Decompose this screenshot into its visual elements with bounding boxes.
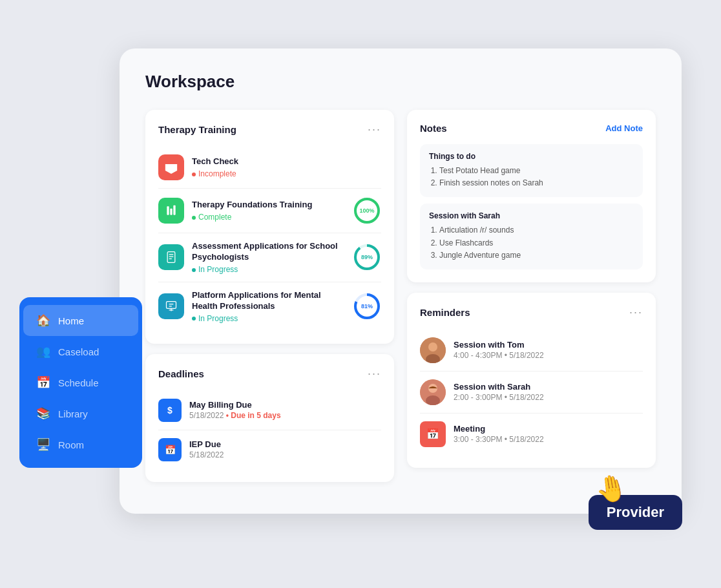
meeting-icon: 📅 bbox=[420, 421, 446, 447]
sidebar-item-home[interactable]: 🏠 Home bbox=[23, 305, 138, 336]
iep-info: IEP Due 5/18/2022 bbox=[189, 439, 224, 459]
reminders-title: Reminders bbox=[420, 307, 470, 318]
platform-info: Platform Applications for Mental Health … bbox=[192, 290, 345, 323]
iep-date: 5/18/2022 bbox=[189, 450, 224, 459]
sidebar-item-schedule-label: Schedule bbox=[58, 377, 99, 388]
sarah-avatar bbox=[420, 379, 446, 405]
assessment-progress: 89% bbox=[353, 243, 381, 271]
notes-card: Notes Add Note Things to do Test Potato … bbox=[407, 110, 656, 282]
left-column: Therapy Training ··· bbox=[145, 110, 394, 482]
platform-status: In Progress bbox=[192, 314, 345, 323]
iep-icon: 📅 bbox=[158, 438, 182, 461]
assessment-progress-label: 89% bbox=[361, 254, 373, 260]
training-item-assessment[interactable]: Assessment Applications for School Psych… bbox=[158, 233, 381, 282]
tech-check-info: Tech Check Incomplete bbox=[192, 156, 381, 178]
foundations-icon bbox=[158, 198, 184, 224]
sidebar-item-room-label: Room bbox=[58, 439, 84, 450]
reminder-sarah[interactable]: Session with Sarah 2:00 - 3:00PM • 5/18/… bbox=[420, 372, 643, 414]
home-icon: 🏠 bbox=[36, 313, 50, 328]
billing-date: 5/18/2022 • Due in 5 days bbox=[189, 411, 281, 420]
therapy-training-card: Therapy Training ··· bbox=[145, 110, 394, 344]
sidebar-item-caseload[interactable]: 👥 Caseload bbox=[23, 336, 138, 367]
sidebar: 🏠 Home 👥 Caseload 📅 Schedule 📚 Library 🖥… bbox=[19, 297, 142, 468]
sidebar-item-library[interactable]: 📚 Library bbox=[23, 398, 138, 429]
training-item-foundations[interactable]: Therapy Foundations Training Complete 10… bbox=[158, 189, 381, 233]
meeting-time: 3:00 - 3:30PM • 5/18/2022 bbox=[454, 435, 544, 444]
deadline-item-billing[interactable]: $ May Billing Due 5/18/2022 • Due in 5 d… bbox=[158, 391, 381, 430]
tom-avatar bbox=[420, 337, 446, 363]
meeting-name: Meeting bbox=[454, 424, 544, 434]
reminder-tom[interactable]: Session with Tom 4:00 - 4:30PM • 5/18/20… bbox=[420, 330, 643, 372]
deadlines-menu[interactable]: ··· bbox=[368, 367, 381, 381]
svg-rect-12 bbox=[167, 302, 176, 309]
platform-progress-label: 81% bbox=[361, 303, 373, 310]
content-grid: Therapy Training ··· bbox=[145, 110, 656, 482]
deadlines-card: Deadlines ··· $ May Billing Due 5/18/202… bbox=[145, 354, 394, 482]
sidebar-item-room[interactable]: 🖥️ Room bbox=[23, 429, 138, 460]
sarah-name: Session with Sarah bbox=[454, 382, 544, 392]
hand-cursor-icon: 🤚 bbox=[592, 471, 629, 507]
note-item: Use Flashcards bbox=[439, 237, 634, 249]
svg-point-20 bbox=[428, 342, 437, 352]
add-note-button[interactable]: Add Note bbox=[605, 123, 643, 133]
assessment-status: In Progress bbox=[192, 265, 345, 274]
training-item-platform[interactable]: Platform Applications for Mental Health … bbox=[158, 282, 381, 331]
main-workspace-card: Workspace Therapy Training ··· bbox=[120, 48, 682, 514]
sidebar-item-caseload-label: Caseload bbox=[58, 346, 99, 357]
billing-icon: $ bbox=[158, 399, 182, 422]
note-things-todo: Things to do Test Potato Head game Finis… bbox=[420, 144, 643, 197]
deadlines-title: Deadlines bbox=[158, 368, 204, 379]
assessment-icon bbox=[158, 244, 184, 270]
notes-title: Notes bbox=[420, 123, 447, 134]
foundations-info: Therapy Foundations Training Complete bbox=[192, 200, 345, 222]
notes-header: Notes Add Note bbox=[420, 123, 643, 134]
deadline-item-iep[interactable]: 📅 IEP Due 5/18/2022 bbox=[158, 430, 381, 469]
assessment-info: Assessment Applications for School Psych… bbox=[192, 241, 345, 274]
therapy-training-header: Therapy Training ··· bbox=[158, 123, 381, 136]
reminders-header: Reminders ··· bbox=[420, 306, 643, 319]
tech-check-name: Tech Check bbox=[192, 156, 381, 167]
note-item: Articulation /r/ sounds bbox=[439, 224, 634, 236]
therapy-training-menu[interactable]: ··· bbox=[368, 123, 381, 136]
training-item-tech-check[interactable]: Tech Check Incomplete bbox=[158, 147, 381, 189]
svg-rect-3 bbox=[173, 205, 175, 215]
deadlines-header: Deadlines ··· bbox=[158, 367, 381, 381]
svg-point-0 bbox=[171, 167, 172, 169]
therapy-training-title: Therapy Training bbox=[158, 124, 236, 135]
note-session-sarah: Session with Sarah Articulation /r/ soun… bbox=[420, 204, 643, 269]
reminders-card: Reminders ··· Session with Tom bbox=[407, 293, 656, 468]
note-things-todo-list: Test Potato Head game Finish session not… bbox=[429, 165, 634, 189]
tom-info: Session with Tom 4:00 - 4:30PM • 5/18/20… bbox=[454, 340, 544, 360]
sarah-time: 2:00 - 3:00PM • 5/18/2022 bbox=[454, 393, 544, 402]
platform-progress: 81% bbox=[353, 292, 381, 320]
meeting-info: Meeting 3:00 - 3:30PM • 5/18/2022 bbox=[454, 424, 544, 444]
tech-check-status: Incomplete bbox=[192, 169, 381, 178]
svg-rect-2 bbox=[170, 209, 172, 215]
reminder-meeting[interactable]: 📅 Meeting 3:00 - 3:30PM • 5/18/2022 bbox=[420, 414, 643, 455]
sidebar-item-library-label: Library bbox=[58, 408, 88, 419]
tech-check-icon bbox=[158, 154, 184, 180]
note-item: Finish session notes on Sarah bbox=[439, 177, 634, 189]
billing-name: May Billing Due bbox=[189, 400, 281, 410]
note-things-todo-title: Things to do bbox=[429, 152, 634, 161]
foundations-progress: 100% bbox=[353, 196, 381, 225]
platform-name: Platform Applications for Mental Health … bbox=[192, 290, 345, 312]
iep-name: IEP Due bbox=[189, 439, 224, 449]
tom-name: Session with Tom bbox=[454, 340, 544, 350]
note-item: Jungle Adventure game bbox=[439, 249, 634, 262]
note-session-sarah-title: Session with Sarah bbox=[429, 211, 634, 220]
foundations-status: Complete bbox=[192, 213, 345, 222]
reminders-menu[interactable]: ··· bbox=[629, 306, 643, 319]
caseload-icon: 👥 bbox=[36, 344, 50, 359]
library-icon: 📚 bbox=[36, 406, 50, 421]
assessment-name: Assessment Applications for School Psych… bbox=[192, 241, 345, 263]
sarah-info: Session with Sarah 2:00 - 3:00PM • 5/18/… bbox=[454, 382, 544, 402]
billing-info: May Billing Due 5/18/2022 • Due in 5 day… bbox=[189, 400, 281, 420]
tom-time: 4:00 - 4:30PM • 5/18/2022 bbox=[454, 351, 544, 360]
right-column: Notes Add Note Things to do Test Potato … bbox=[407, 110, 656, 482]
foundations-name: Therapy Foundations Training bbox=[192, 200, 345, 211]
foundations-progress-label: 100% bbox=[359, 207, 374, 214]
schedule-icon: 📅 bbox=[36, 375, 50, 390]
room-icon: 🖥️ bbox=[36, 437, 50, 452]
sidebar-item-schedule[interactable]: 📅 Schedule bbox=[23, 367, 138, 398]
